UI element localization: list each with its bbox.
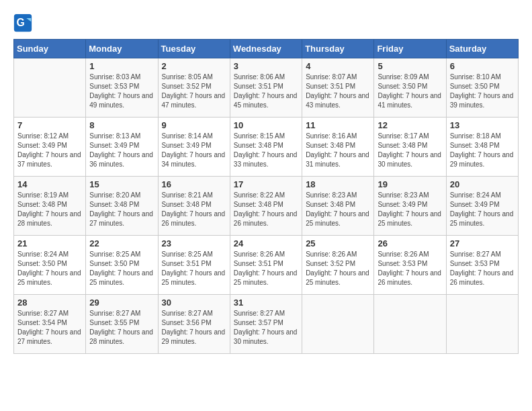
calendar-cell: 12Sunrise: 8:17 AMSunset: 3:48 PMDayligh… bbox=[374, 118, 446, 177]
day-info: Sunrise: 8:07 AMSunset: 3:51 PMDaylight:… bbox=[306, 73, 370, 110]
day-number: 5 bbox=[378, 61, 442, 71]
day-number: 23 bbox=[162, 238, 226, 248]
day-number: 3 bbox=[234, 61, 298, 71]
calendar-cell: 24Sunrise: 8:26 AMSunset: 3:51 PMDayligh… bbox=[230, 236, 302, 295]
day-number: 9 bbox=[162, 120, 226, 130]
day-info: Sunrise: 8:18 AMSunset: 3:48 PMDaylight:… bbox=[450, 132, 515, 169]
calendar-cell: 26Sunrise: 8:26 AMSunset: 3:53 PMDayligh… bbox=[374, 236, 446, 295]
calendar-cell: 23Sunrise: 8:25 AMSunset: 3:51 PMDayligh… bbox=[158, 236, 230, 295]
day-number: 4 bbox=[306, 61, 370, 71]
day-info: Sunrise: 8:25 AMSunset: 3:51 PMDaylight:… bbox=[162, 250, 226, 287]
day-info: Sunrise: 8:24 AMSunset: 3:50 PMDaylight:… bbox=[17, 250, 82, 287]
day-number: 31 bbox=[234, 298, 298, 308]
day-info: Sunrise: 8:27 AMSunset: 3:56 PMDaylight:… bbox=[162, 309, 226, 347]
day-number: 6 bbox=[450, 61, 515, 71]
calendar-cell: 5Sunrise: 8:09 AMSunset: 3:50 PMDaylight… bbox=[374, 58, 446, 118]
day-number: 7 bbox=[17, 120, 82, 130]
day-info: Sunrise: 8:13 AMSunset: 3:49 PMDaylight:… bbox=[89, 132, 154, 169]
calendar-cell: 3Sunrise: 8:06 AMSunset: 3:51 PMDaylight… bbox=[230, 58, 302, 118]
calendar-cell: 16Sunrise: 8:21 AMSunset: 3:48 PMDayligh… bbox=[158, 177, 230, 236]
day-number: 29 bbox=[89, 298, 154, 308]
calendar-week-5: 28Sunrise: 8:27 AMSunset: 3:54 PMDayligh… bbox=[14, 295, 519, 354]
calendar-cell: 15Sunrise: 8:20 AMSunset: 3:48 PMDayligh… bbox=[86, 177, 158, 236]
calendar-cell: 7Sunrise: 8:12 AMSunset: 3:49 PMDaylight… bbox=[14, 118, 86, 177]
calendar-cell: 25Sunrise: 8:26 AMSunset: 3:52 PMDayligh… bbox=[302, 236, 374, 295]
day-number: 24 bbox=[234, 238, 298, 248]
calendar-cell: 10Sunrise: 8:15 AMSunset: 3:48 PMDayligh… bbox=[230, 118, 302, 177]
calendar-week-4: 21Sunrise: 8:24 AMSunset: 3:50 PMDayligh… bbox=[14, 236, 519, 295]
calendar-cell: 21Sunrise: 8:24 AMSunset: 3:50 PMDayligh… bbox=[14, 236, 86, 295]
calendar-cell: 30Sunrise: 8:27 AMSunset: 3:56 PMDayligh… bbox=[158, 295, 230, 354]
day-number: 16 bbox=[162, 179, 226, 189]
day-number: 1 bbox=[89, 61, 154, 71]
day-number: 17 bbox=[234, 179, 298, 189]
day-info: Sunrise: 8:27 AMSunset: 3:54 PMDaylight:… bbox=[17, 309, 82, 347]
day-info: Sunrise: 8:21 AMSunset: 3:48 PMDaylight:… bbox=[162, 191, 226, 228]
calendar-cell: 13Sunrise: 8:18 AMSunset: 3:48 PMDayligh… bbox=[446, 118, 518, 177]
day-info: Sunrise: 8:23 AMSunset: 3:49 PMDaylight:… bbox=[378, 191, 442, 228]
day-info: Sunrise: 8:10 AMSunset: 3:50 PMDaylight:… bbox=[450, 73, 515, 110]
header-sunday: Sunday bbox=[14, 40, 86, 58]
day-number: 30 bbox=[162, 298, 226, 308]
calendar-week-2: 7Sunrise: 8:12 AMSunset: 3:49 PMDaylight… bbox=[14, 118, 519, 177]
calendar-cell: 4Sunrise: 8:07 AMSunset: 3:51 PMDaylight… bbox=[302, 58, 374, 118]
day-info: Sunrise: 8:20 AMSunset: 3:48 PMDaylight:… bbox=[89, 191, 154, 228]
header-monday: Monday bbox=[86, 40, 158, 58]
day-info: Sunrise: 8:24 AMSunset: 3:49 PMDaylight:… bbox=[450, 191, 515, 228]
day-number: 15 bbox=[89, 179, 154, 189]
day-info: Sunrise: 8:27 AMSunset: 3:57 PMDaylight:… bbox=[234, 309, 298, 347]
calendar-cell: 2Sunrise: 8:05 AMSunset: 3:52 PMDaylight… bbox=[158, 58, 230, 118]
day-info: Sunrise: 8:06 AMSunset: 3:51 PMDaylight:… bbox=[234, 73, 298, 110]
calendar-cell bbox=[446, 295, 518, 354]
day-number: 28 bbox=[17, 298, 82, 308]
day-number: 22 bbox=[89, 238, 154, 248]
day-info: Sunrise: 8:12 AMSunset: 3:49 PMDaylight:… bbox=[17, 132, 82, 169]
calendar-cell bbox=[14, 58, 86, 118]
day-info: Sunrise: 8:23 AMSunset: 3:48 PMDaylight:… bbox=[306, 191, 370, 228]
header-saturday: Saturday bbox=[446, 40, 518, 58]
calendar-cell: 29Sunrise: 8:27 AMSunset: 3:55 PMDayligh… bbox=[86, 295, 158, 354]
calendar-cell bbox=[302, 295, 374, 354]
day-info: Sunrise: 8:25 AMSunset: 3:50 PMDaylight:… bbox=[89, 250, 154, 287]
day-info: Sunrise: 8:22 AMSunset: 3:48 PMDaylight:… bbox=[234, 191, 298, 228]
day-number: 18 bbox=[306, 179, 370, 189]
calendar-cell: 31Sunrise: 8:27 AMSunset: 3:57 PMDayligh… bbox=[230, 295, 302, 354]
day-number: 8 bbox=[89, 120, 154, 130]
calendar-cell: 14Sunrise: 8:19 AMSunset: 3:48 PMDayligh… bbox=[14, 177, 86, 236]
calendar-cell: 20Sunrise: 8:24 AMSunset: 3:49 PMDayligh… bbox=[446, 177, 518, 236]
header-friday: Friday bbox=[374, 40, 446, 58]
calendar-cell: 22Sunrise: 8:25 AMSunset: 3:50 PMDayligh… bbox=[86, 236, 158, 295]
calendar-cell: 17Sunrise: 8:22 AMSunset: 3:48 PMDayligh… bbox=[230, 177, 302, 236]
day-info: Sunrise: 8:15 AMSunset: 3:48 PMDaylight:… bbox=[234, 132, 298, 169]
day-info: Sunrise: 8:09 AMSunset: 3:50 PMDaylight:… bbox=[378, 73, 442, 110]
calendar-table: SundayMondayTuesdayWednesdayThursdayFrid… bbox=[13, 39, 519, 354]
page-header: G bbox=[13, 11, 519, 32]
calendar-cell: 8Sunrise: 8:13 AMSunset: 3:49 PMDaylight… bbox=[86, 118, 158, 177]
day-number: 20 bbox=[450, 179, 515, 189]
day-info: Sunrise: 8:26 AMSunset: 3:51 PMDaylight:… bbox=[234, 250, 298, 287]
day-info: Sunrise: 8:17 AMSunset: 3:48 PMDaylight:… bbox=[378, 132, 442, 169]
calendar-cell bbox=[374, 295, 446, 354]
header-thursday: Thursday bbox=[302, 40, 374, 58]
day-number: 14 bbox=[17, 179, 82, 189]
header-wednesday: Wednesday bbox=[230, 40, 302, 58]
calendar-cell: 9Sunrise: 8:14 AMSunset: 3:49 PMDaylight… bbox=[158, 118, 230, 177]
day-info: Sunrise: 8:05 AMSunset: 3:52 PMDaylight:… bbox=[162, 73, 226, 110]
calendar-header-row: SundayMondayTuesdayWednesdayThursdayFrid… bbox=[14, 40, 519, 58]
day-number: 21 bbox=[17, 238, 82, 248]
day-number: 19 bbox=[378, 179, 442, 189]
day-info: Sunrise: 8:26 AMSunset: 3:52 PMDaylight:… bbox=[306, 250, 370, 287]
logo-icon: G bbox=[13, 13, 32, 32]
day-number: 12 bbox=[378, 120, 442, 130]
day-number: 11 bbox=[306, 120, 370, 130]
calendar-cell: 11Sunrise: 8:16 AMSunset: 3:48 PMDayligh… bbox=[302, 118, 374, 177]
calendar-cell: 18Sunrise: 8:23 AMSunset: 3:48 PMDayligh… bbox=[302, 177, 374, 236]
day-info: Sunrise: 8:16 AMSunset: 3:48 PMDaylight:… bbox=[306, 132, 370, 169]
calendar-cell: 27Sunrise: 8:27 AMSunset: 3:53 PMDayligh… bbox=[446, 236, 518, 295]
calendar-week-1: 1Sunrise: 8:03 AMSunset: 3:53 PMDaylight… bbox=[14, 58, 519, 118]
day-number: 10 bbox=[234, 120, 298, 130]
day-info: Sunrise: 8:19 AMSunset: 3:48 PMDaylight:… bbox=[17, 191, 82, 228]
calendar-cell: 6Sunrise: 8:10 AMSunset: 3:50 PMDaylight… bbox=[446, 58, 518, 118]
day-info: Sunrise: 8:27 AMSunset: 3:55 PMDaylight:… bbox=[89, 309, 154, 347]
calendar-cell: 1Sunrise: 8:03 AMSunset: 3:53 PMDaylight… bbox=[86, 58, 158, 118]
